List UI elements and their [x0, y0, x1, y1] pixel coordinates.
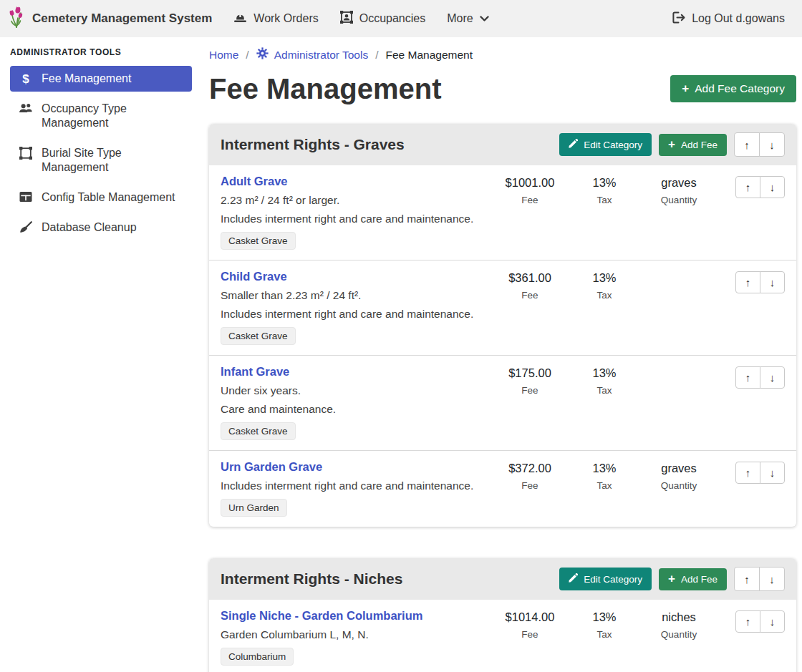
fee-tax: 13%	[567, 176, 642, 190]
fee-tax: 13%	[567, 462, 642, 475]
pencil-icon	[569, 139, 578, 150]
fee-name-link[interactable]: Urn Garden Grave	[221, 460, 322, 474]
fee-rows: Single Niche - Garden Columbarium Garden…	[209, 600, 796, 672]
fee-tax-column: 13% Tax	[567, 270, 642, 301]
fee-label: Fee	[493, 290, 567, 301]
move-category-up-button[interactable]: ↑	[734, 132, 760, 157]
move-fee-up-button[interactable]: ↑	[735, 366, 760, 389]
breadcrumb: Home /	[209, 47, 796, 62]
fee-descriptions: Includes interment right and care and ma…	[221, 479, 487, 492]
pencil-icon	[569, 573, 578, 585]
fee-tax-column: 13% Tax	[567, 365, 642, 396]
fee-info: Infant Grave Under six years.Care and ma…	[221, 365, 493, 440]
fee-amount-column: $372.00 Fee	[493, 460, 567, 491]
sidebar-item-label: Fee Management	[42, 72, 131, 86]
fee-info: Urn Garden Grave Includes interment righ…	[221, 460, 493, 517]
fee-row: Adult Grave 2.23 m² / 24 ft² or larger.I…	[209, 165, 796, 260]
sidebar-item-label: Burial Site Type Management	[42, 146, 183, 175]
fee-description: Under six years.	[221, 384, 487, 397]
up-arrow-icon: ↑	[744, 573, 750, 585]
sidebar-item-label: Database Cleanup	[42, 220, 137, 235]
logout-button[interactable]: Log Out d.gowans	[672, 11, 785, 26]
fee-description: Garden Columbarium L, M, N.	[221, 628, 487, 641]
fee-type-badge: Urn Garden	[221, 499, 287, 517]
fee-name-link[interactable]: Single Niche - Garden Columbarium	[221, 609, 422, 623]
add-fee-button[interactable]: + Add Fee	[659, 568, 727, 590]
fee-tax: 13%	[567, 610, 642, 624]
fee-amount-column: $175.00 Fee	[493, 365, 567, 396]
fee-info: Single Niche - Garden Columbarium Garden…	[221, 609, 493, 666]
tax-label: Tax	[567, 195, 642, 205]
move-fee-down-button[interactable]: ↓	[760, 176, 785, 198]
add-fee-category-button[interactable]: + Add Fee Category	[670, 75, 796, 102]
fee-name-link[interactable]: Child Grave	[221, 270, 287, 283]
nav-item-work-orders[interactable]: Work Orders	[233, 11, 318, 26]
move-fee-down-button[interactable]: ↓	[760, 462, 785, 484]
table-icon	[19, 191, 33, 203]
main-content: Home /	[200, 37, 802, 672]
up-arrow-icon: ↑	[745, 276, 751, 288]
move-fee-up-button[interactable]: ↑	[735, 462, 760, 484]
nav-item-label: Work Orders	[253, 12, 318, 25]
move-fee-up-button[interactable]: ↑	[735, 610, 760, 633]
fee-info: Adult Grave 2.23 m² / 24 ft² or larger.I…	[221, 175, 493, 250]
nav-item-occupancies[interactable]: Occupancies	[340, 11, 426, 26]
sidebar-item-database-cleanup[interactable]: Database Cleanup	[10, 215, 192, 240]
sidebar-item-config-table[interactable]: Config Table Management	[10, 185, 192, 210]
fee-quantity-column	[642, 365, 716, 371]
fee-amount-column: $1001.00 Fee	[493, 175, 567, 205]
fee-descriptions: Under six years.Care and maintenance.	[221, 384, 487, 416]
occupant-frame-icon	[340, 11, 353, 26]
edit-category-button[interactable]: Edit Category	[559, 133, 652, 156]
fee-row: Infant Grave Under six years.Care and ma…	[209, 355, 796, 450]
quantity-label: Quantity	[642, 480, 716, 491]
dollar-icon: $	[19, 72, 33, 86]
sidebar-item-label: Config Table Management	[42, 190, 175, 205]
fee-amount: $361.00	[493, 271, 567, 285]
sign-out-icon	[672, 11, 685, 26]
fee-type-badge: Casket Grave	[221, 422, 296, 440]
category-reorder-group: ↑ ↓	[734, 567, 785, 591]
breadcrumb-home-link[interactable]: Home	[209, 49, 238, 62]
nav-item-label: More	[447, 12, 473, 25]
breadcrumb-admin-tools-link[interactable]: Administrator Tools	[256, 47, 369, 62]
admin-sidebar: ADMINISTRATOR TOOLS $ Fee Management Occ…	[0, 37, 200, 672]
edit-category-button[interactable]: Edit Category	[559, 568, 652, 590]
categories: Interment Rights - Graves Edit Category …	[209, 124, 796, 672]
down-arrow-icon: ↓	[769, 139, 775, 151]
fee-quantity-column: graves Quantity	[642, 175, 716, 205]
move-category-down-button[interactable]: ↓	[759, 132, 785, 157]
tax-label: Tax	[567, 290, 642, 301]
fee-reorder-group: ↑ ↓	[716, 365, 785, 389]
fee-quantity: graves	[642, 462, 716, 475]
fee-name-link[interactable]: Infant Grave	[221, 365, 289, 379]
down-arrow-icon: ↓	[770, 467, 776, 479]
move-category-down-button[interactable]: ↓	[759, 567, 785, 591]
move-fee-down-button[interactable]: ↓	[760, 610, 785, 633]
tulip-logo-icon	[7, 6, 26, 31]
move-category-up-button[interactable]: ↑	[734, 567, 760, 591]
app-brand[interactable]: Cemetery Management System	[7, 6, 212, 31]
down-arrow-icon: ↓	[770, 371, 776, 384]
sidebar-item-occupancy-type[interactable]: Occupancy Type Management	[10, 96, 192, 136]
fee-name-link[interactable]: Adult Grave	[221, 175, 288, 188]
move-fee-up-button[interactable]: ↑	[735, 176, 760, 198]
category-header: Interment Rights - Graves Edit Category …	[209, 124, 796, 165]
chevron-down-icon	[480, 12, 489, 25]
fee-description: Includes interment right and care and ma…	[221, 479, 487, 492]
fee-rows: Adult Grave 2.23 m² / 24 ft² or larger.I…	[209, 165, 796, 527]
sidebar-item-fee-management[interactable]: $ Fee Management	[10, 66, 192, 92]
category-title: Interment Rights - Graves	[221, 136, 559, 153]
move-fee-down-button[interactable]: ↓	[760, 271, 785, 293]
move-fee-up-button[interactable]: ↑	[735, 271, 760, 293]
gear-icon	[256, 47, 269, 62]
category-title: Interment Rights - Niches	[221, 570, 559, 588]
add-fee-label: Add Fee	[681, 140, 718, 150]
nav-item-more[interactable]: More	[447, 12, 488, 25]
move-fee-down-button[interactable]: ↓	[760, 366, 785, 389]
fee-quantity: niches	[642, 610, 716, 624]
logout-label: Log Out d.gowans	[692, 12, 785, 25]
quantity-label: Quantity	[642, 195, 716, 205]
add-fee-button[interactable]: + Add Fee	[659, 134, 727, 156]
sidebar-item-burial-site-type[interactable]: Burial Site Type Management	[10, 140, 192, 180]
